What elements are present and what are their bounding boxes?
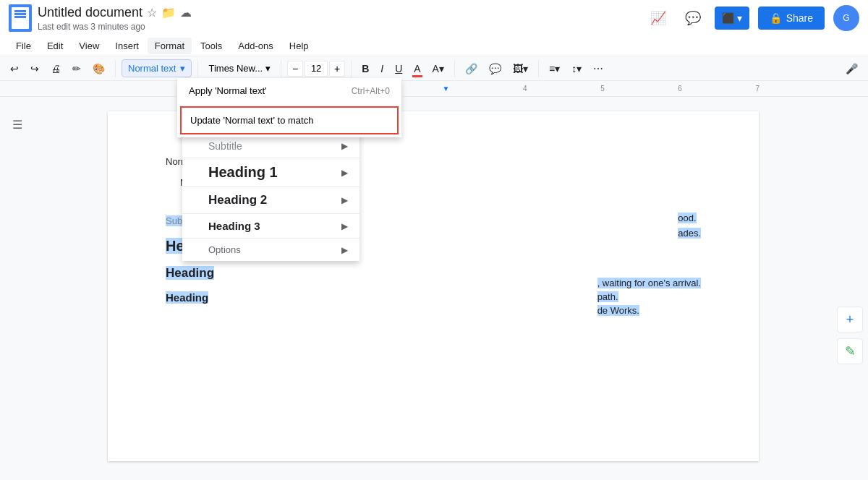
print-button[interactable]: 🖨 [46, 60, 65, 77]
line-spacing-button[interactable]: ↕▾ [567, 60, 586, 77]
doc-area: Normal text Normal text Subtitle Heading… [35, 97, 832, 476]
docs-logo [9, 4, 32, 32]
menu-addons[interactable]: Add-ons [231, 38, 280, 54]
style-h3-label: Heading 3 [208, 220, 341, 232]
doc-title-area: Untitled document ☆ 📁 ☁ Last edit was 3 … [38, 5, 639, 32]
subtitle-arrow-icon: ▶ [341, 141, 348, 151]
align-button[interactable]: ≡▾ [545, 60, 564, 77]
style-menu-item-options[interactable]: Options ▶ [182, 239, 359, 261]
color-indicator [412, 75, 422, 77]
voice-typing-button[interactable]: 🎤 [841, 60, 862, 77]
text-color-button[interactable]: A [409, 60, 425, 77]
options-arrow-icon: ▶ [341, 245, 348, 255]
apply-normal-shortcut: Ctrl+Alt+0 [352, 86, 390, 96]
star-icon[interactable]: ☆ [147, 6, 157, 20]
top-right-actions: 📈 💬 ⬛ ▾ 🔒 Share G [645, 5, 859, 31]
undo-button[interactable]: ↩ [6, 60, 23, 77]
highlight-color-button[interactable]: A▾ [428, 60, 448, 77]
menu-tools[interactable]: Tools [193, 38, 229, 54]
divider-3 [281, 60, 281, 77]
font-family-arrow: ▾ [265, 63, 271, 74]
normal-text-submenu: Apply 'Normal text' Ctrl+Alt+0 Update 'N… [177, 78, 401, 137]
share-button[interactable]: 🔒 Share [758, 7, 825, 30]
present-button[interactable]: ⬛ ▾ [715, 7, 749, 30]
font-family-dropdown[interactable]: Times New... ▾ [204, 60, 275, 77]
more-options-button[interactable]: ⋯ [589, 60, 608, 77]
doc-fragment-2: , waiting for one's arrival. path. de Wo… [597, 278, 701, 316]
menu-file[interactable]: File [9, 38, 38, 54]
analytics-icon[interactable]: 📈 [645, 5, 671, 31]
style-dropdown-arrow: ▾ [180, 63, 185, 74]
bold-button[interactable]: B [357, 60, 373, 77]
menu-bar: File Edit View Insert Format Tools Add-o… [0, 36, 868, 56]
menu-format[interactable]: Format [148, 38, 192, 54]
redo-button[interactable]: ↪ [26, 60, 43, 77]
link-button[interactable]: 🔗 [461, 60, 482, 77]
h3-arrow-icon: ▶ [341, 221, 348, 231]
right-panel: + ✎ [832, 97, 868, 476]
style-h1-label: Heading 1 [208, 164, 341, 181]
style-menu-item-h1[interactable]: Heading 1 ▶ [182, 158, 359, 187]
style-dropdown[interactable]: Normal text ▾ [122, 59, 192, 77]
top-bar: Untitled document ☆ 📁 ☁ Last edit was 3 … [0, 0, 868, 36]
spellcheck-button[interactable]: ✏ [68, 60, 85, 77]
present-dropdown-icon: ▾ [737, 12, 742, 24]
menu-insert[interactable]: Insert [108, 38, 146, 54]
add-comment-side-button[interactable]: + [837, 307, 863, 333]
italic-button[interactable]: I [376, 60, 388, 77]
style-subtitle-label: Subtitle [208, 140, 341, 152]
comment-icon[interactable]: 💬 [680, 5, 706, 31]
toolbar: ↩ ↪ 🖨 ✏ 🎨 Normal text ▾ Times New... ▾ −… [0, 56, 868, 81]
image-button[interactable]: 🖼▾ [509, 60, 532, 77]
doc-fragment-1: ood. ades. [678, 213, 701, 239]
font-size-control: − + [287, 61, 345, 77]
doc-title[interactable]: Untitled document [38, 5, 142, 20]
menu-help[interactable]: Help [282, 38, 316, 54]
present-icon: ⬛ [722, 12, 734, 24]
underline-button[interactable]: U [391, 60, 407, 77]
lock-icon: 🔒 [770, 12, 782, 24]
menu-view[interactable]: View [72, 38, 106, 54]
divider-6 [538, 60, 539, 77]
folder-icon[interactable]: 📁 [161, 6, 176, 20]
style-options-label: Options [208, 244, 341, 255]
left-panel: ☰ [0, 97, 35, 476]
divider-5 [454, 60, 455, 77]
last-edit: Last edit was 3 minutes ago [38, 22, 639, 32]
apply-normal-label: Apply 'Normal text' [189, 85, 267, 96]
comment-insert-button[interactable]: 💬 [485, 60, 506, 77]
cloud-icon[interactable]: ☁ [180, 6, 192, 20]
outline-button[interactable]: ☰ [4, 111, 30, 137]
update-normal-label: Update 'Normal text' to match [190, 115, 313, 126]
suggest-edit-button[interactable]: ✎ [837, 338, 863, 364]
user-avatar[interactable]: G [833, 5, 859, 31]
style-dropdown-label: Normal text [128, 63, 176, 74]
style-menu-item-subtitle[interactable]: Subtitle ▶ [182, 134, 359, 158]
font-size-decrease[interactable]: − [287, 61, 303, 77]
font-size-input[interactable] [305, 61, 328, 77]
h1-arrow-icon: ▶ [341, 168, 348, 178]
update-normal-text-item[interactable]: Update 'Normal text' to match [180, 106, 399, 134]
ruler: 1 2 3 ▼ 4 5 6 7 [0, 81, 868, 97]
content-area: ☰ Normal text Normal text Subtitle Headi… [0, 97, 868, 476]
font-family-label: Times New... [208, 63, 263, 74]
apply-normal-text-item[interactable]: Apply 'Normal text' Ctrl+Alt+0 [177, 78, 401, 103]
style-menu-item-h3[interactable]: Heading 3 ▶ [182, 214, 359, 239]
style-h2-label: Heading 2 [208, 193, 341, 207]
divider-4 [351, 60, 352, 77]
font-size-increase[interactable]: + [329, 61, 345, 77]
paint-format-button[interactable]: 🎨 [88, 60, 109, 77]
style-menu-item-h2[interactable]: Heading 2 ▶ [182, 187, 359, 214]
divider-1 [115, 60, 116, 77]
menu-edit[interactable]: Edit [40, 38, 70, 54]
divider-2 [197, 60, 198, 77]
h2-arrow-icon: ▶ [341, 195, 348, 205]
